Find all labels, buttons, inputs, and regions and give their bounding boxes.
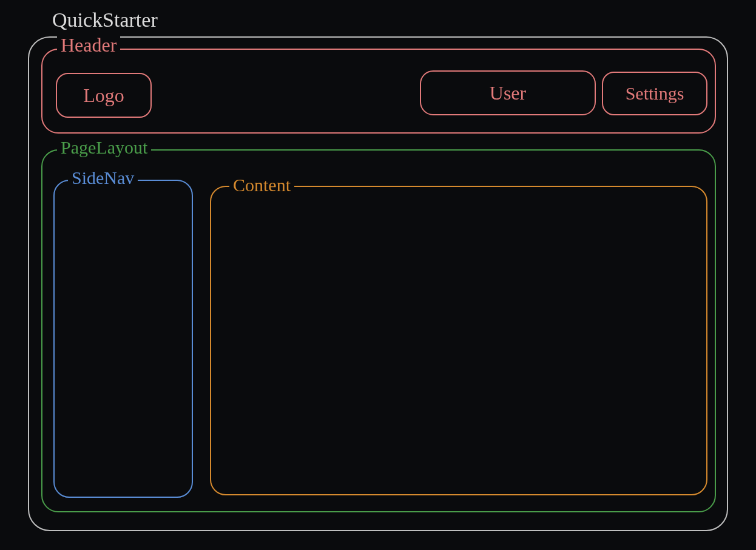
content-container: Content (210, 186, 707, 495)
header-label: Header (57, 34, 120, 56)
settings-label: Settings (622, 83, 688, 104)
app-title: QuickStarter (49, 8, 161, 32)
user-label: User (486, 82, 530, 104)
logo-box[interactable]: Logo (56, 73, 152, 118)
logo-label: Logo (79, 84, 128, 107)
sidenav-label: SideNav (68, 168, 138, 188)
sidenav-container[interactable]: SideNav (53, 180, 193, 498)
pagelayout-label: PageLayout (57, 137, 151, 158)
user-box[interactable]: User (420, 70, 596, 115)
settings-box[interactable]: Settings (602, 72, 707, 115)
content-label: Content (229, 175, 294, 195)
